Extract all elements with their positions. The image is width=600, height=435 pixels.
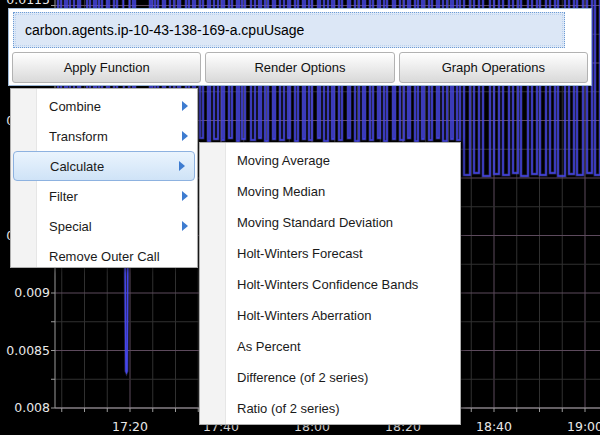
svg-text:17:20: 17:20 <box>112 419 148 434</box>
submenu-item-ratio-of-2-series[interactable]: Ratio (of 2 series) <box>200 393 460 424</box>
submenu-item-as-percent[interactable]: As Percent <box>200 331 460 362</box>
metric-panel: carbon.agents.ip-10-43-138-169-a.cpuUsag… <box>8 8 592 86</box>
menu-item-label: Combine <box>49 99 101 114</box>
submenu-item-difference-of-2-series[interactable]: Difference (of 2 series) <box>200 362 460 393</box>
menu-item-label: Calculate <box>50 159 104 174</box>
menu-item-label: Transform <box>49 129 108 144</box>
apply-function-button[interactable]: Apply Function <box>12 52 201 83</box>
menu-item-label: Ratio (of 2 series) <box>237 401 340 416</box>
submenu-arrow-icon <box>182 101 188 111</box>
submenu-item-moving-average[interactable]: Moving Average <box>200 145 460 176</box>
calculate-submenu: Moving Average Moving Median Moving Stan… <box>199 142 461 425</box>
svg-text:0.008: 0.008 <box>14 400 50 415</box>
svg-text:18:40: 18:40 <box>476 419 512 434</box>
menu-item-remove-outer-call[interactable]: Remove Outer Call <box>11 241 197 271</box>
apply-function-menu: Combine Transform Calculate Filter Speci… <box>10 88 198 268</box>
submenu-arrow-icon <box>179 161 185 171</box>
toolbar: Apply Function Render Options Graph Oper… <box>12 52 588 83</box>
svg-text:0.009: 0.009 <box>14 285 50 300</box>
menu-item-label: As Percent <box>237 339 301 354</box>
graphite-composer: 0.01150.0110.01050.010.00950.0090.00850.… <box>0 0 600 435</box>
submenu-arrow-icon <box>182 191 188 201</box>
svg-text:0.0115: 0.0115 <box>6 0 50 7</box>
menu-item-combine[interactable]: Combine <box>11 91 197 121</box>
menu-item-label: Moving Median <box>237 184 325 199</box>
menu-item-transform[interactable]: Transform <box>11 121 197 151</box>
menu-item-calculate[interactable]: Calculate <box>13 151 195 181</box>
menu-item-label: Filter <box>49 189 78 204</box>
render-options-button[interactable]: Render Options <box>205 52 394 83</box>
menu-item-label: Holt-Winters Forecast <box>237 246 363 261</box>
menu-item-filter[interactable]: Filter <box>11 181 197 211</box>
menu-item-label: Remove Outer Call <box>49 249 160 264</box>
menu-item-label: Special <box>49 219 92 234</box>
menu-item-label: Holt-Winters Aberration <box>237 308 371 323</box>
menu-item-label: Holt-Winters Confidence Bands <box>237 277 418 292</box>
submenu-item-holt-winters-aberration[interactable]: Holt-Winters Aberration <box>200 300 460 331</box>
svg-text:19:00: 19:00 <box>567 419 600 434</box>
menu-item-label: Moving Average <box>237 153 330 168</box>
graph-operations-button[interactable]: Graph Operations <box>399 52 588 83</box>
submenu-arrow-icon <box>182 221 188 231</box>
submenu-item-moving-median[interactable]: Moving Median <box>200 176 460 207</box>
metric-input-value: carbon.agents.ip-10-43-138-169-a.cpuUsag… <box>25 22 304 38</box>
menu-item-label: Difference (of 2 series) <box>237 370 368 385</box>
menu-item-special[interactable]: Special <box>11 211 197 241</box>
svg-text:0.0085: 0.0085 <box>6 343 50 358</box>
submenu-arrow-icon <box>182 131 188 141</box>
submenu-item-moving-standard-deviation[interactable]: Moving Standard Deviation <box>200 207 460 238</box>
metric-input[interactable]: carbon.agents.ip-10-43-138-169-a.cpuUsag… <box>13 12 565 48</box>
menu-item-label: Moving Standard Deviation <box>237 215 393 230</box>
submenu-item-holt-winters-confidence-bands[interactable]: Holt-Winters Confidence Bands <box>200 269 460 300</box>
submenu-item-holt-winters-forecast[interactable]: Holt-Winters Forecast <box>200 238 460 269</box>
